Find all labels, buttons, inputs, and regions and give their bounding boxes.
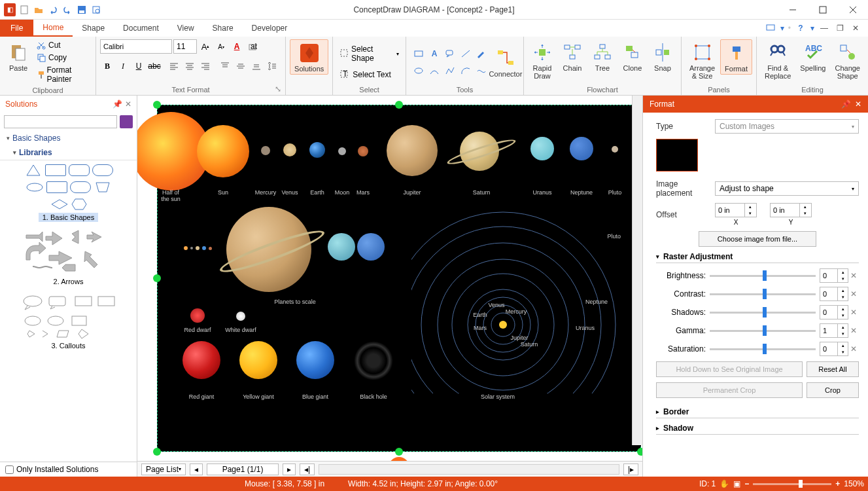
library-list[interactable]: 1. Basic Shapes 2. Arrows 3. Callouts [0, 160, 137, 462]
find-replace-button[interactable]: Find & Replace [761, 39, 795, 81]
font-color-icon[interactable]: A [230, 39, 244, 54]
slider-reset-icon[interactable]: ✕ [848, 326, 859, 335]
choose-image-button[interactable]: Choose image from file... [699, 231, 816, 247]
callout-tool-icon[interactable] [443, 46, 457, 61]
save-icon[interactable] [76, 4, 88, 16]
print-preview-icon[interactable] [90, 4, 102, 16]
crop-button[interactable]: Crop [807, 382, 859, 398]
ellipse-tool-icon[interactable] [411, 64, 426, 78]
zoom-slider[interactable] [753, 483, 831, 485]
fit-page-icon[interactable]: ▣ [733, 479, 740, 488]
only-installed-checkbox[interactable]: Only Installed Solutions [0, 462, 137, 477]
connector-button[interactable]: Connector [491, 45, 520, 79]
pen-tool-icon[interactable] [474, 46, 489, 61]
library-basic-shapes[interactable]: 1. Basic Shapes [4, 163, 133, 222]
font-size-input[interactable] [173, 39, 197, 54]
slider-track[interactable] [710, 270, 816, 282]
format-panel-button[interactable]: Format [720, 39, 752, 75]
resize-handle-ml[interactable] [153, 274, 161, 282]
pan-tool-icon[interactable]: ✋ [720, 479, 729, 488]
align-bottom-icon[interactable] [249, 59, 264, 73]
reset-all-button[interactable]: Reset All [807, 361, 859, 377]
italic-icon[interactable]: I [116, 59, 130, 73]
placement-select[interactable]: Adjust to shape▾ [715, 181, 859, 196]
solutions-search-button[interactable] [120, 115, 133, 128]
copy-button[interactable]: Copy [34, 52, 92, 64]
grow-font-icon[interactable]: A▴ [198, 39, 213, 54]
line-tool-icon[interactable] [459, 46, 473, 61]
raster-section-header[interactable]: ▾Raster Adjustment [656, 252, 859, 263]
tab-share[interactable]: Share [203, 20, 243, 37]
arc-tool-icon[interactable] [459, 64, 473, 78]
solutions-search-input[interactable] [4, 115, 117, 128]
align-left-icon[interactable] [167, 59, 181, 73]
presentation-icon[interactable] [765, 22, 776, 34]
zoom-level[interactable]: 150% [844, 479, 864, 488]
undo-icon[interactable] [47, 4, 59, 16]
open-icon[interactable] [33, 4, 44, 16]
pin-icon[interactable]: 📌 [113, 100, 122, 109]
align-middle-icon[interactable] [234, 59, 248, 73]
solutions-button[interactable]: Solutions [290, 39, 328, 75]
resize-handle-tm[interactable] [395, 101, 403, 109]
file-tab[interactable]: File [0, 20, 33, 37]
doc-restore-icon[interactable]: ❐ [834, 22, 846, 34]
page-prev-button[interactable]: ◂ [190, 464, 203, 475]
tree-basic-shapes[interactable]: ▾Basic Shapes [0, 131, 137, 145]
selected-shape[interactable]: Half of the sun Sun Mercury Venus Earth … [157, 105, 641, 452]
chain-button[interactable]: Chain [558, 39, 587, 73]
paste-button[interactable]: Paste [4, 39, 33, 73]
bold-icon[interactable]: B [100, 59, 114, 73]
zoom-in-button[interactable]: + [835, 479, 840, 488]
align-right-icon[interactable] [198, 59, 213, 73]
tree-button[interactable]: Tree [588, 39, 617, 73]
select-shape-button[interactable]: Select Shape▾ [337, 43, 402, 64]
library-callouts[interactable]: 3. Callouts [4, 291, 133, 350]
format-painter-button[interactable]: Format Painter [34, 64, 92, 85]
panel-close-icon[interactable]: ✕ [125, 100, 131, 109]
slider-track[interactable] [710, 343, 816, 355]
underline-icon[interactable]: U [131, 59, 146, 73]
slider-reset-icon[interactable]: ✕ [848, 271, 859, 280]
slider-reset-icon[interactable]: ✕ [848, 308, 859, 317]
slider-track[interactable] [710, 325, 816, 336]
tab-developer[interactable]: Developer [243, 20, 297, 37]
tab-home[interactable]: Home [33, 20, 73, 37]
bezier-tool-icon[interactable] [427, 64, 442, 78]
panel-close-icon[interactable]: ✕ [855, 100, 861, 109]
slider-reset-icon[interactable]: ✕ [848, 344, 859, 354]
slider-track[interactable] [710, 306, 816, 318]
tab-shape[interactable]: Shape [73, 20, 114, 37]
shadow-section-header[interactable]: ▸Shadow [656, 424, 859, 435]
text-tool-icon[interactable]: A [427, 46, 442, 61]
vertical-scrollbar[interactable] [632, 96, 642, 445]
slider-track[interactable] [710, 288, 816, 300]
maximize-button[interactable] [808, 0, 838, 20]
rapid-draw-button[interactable]: Rapid Draw [528, 39, 557, 81]
page-first-button[interactable]: ◂| [300, 464, 315, 475]
clone-button[interactable]: Clone [618, 39, 647, 73]
tree-libraries[interactable]: ▾Libraries [0, 145, 137, 160]
slider-reset-icon[interactable]: ✕ [848, 289, 859, 299]
offset-x-input[interactable]: ▴▾ [715, 203, 757, 217]
zoom-out-button[interactable]: − [744, 479, 749, 488]
hold-original-button[interactable]: Hold Down to See Original Image [656, 361, 803, 377]
tab-document[interactable]: Document [114, 20, 168, 37]
change-shape-button[interactable]: Change Shape [831, 39, 864, 81]
arrange-size-button[interactable]: Arrange & Size [686, 39, 719, 81]
offset-y-input[interactable]: ▴▾ [770, 203, 812, 217]
highlight-icon[interactable]: ab [245, 39, 260, 54]
strikethrough-icon[interactable]: abc [147, 59, 162, 73]
page-next-button[interactable]: ▸ [283, 464, 296, 475]
border-section-header[interactable]: ▸Border [656, 407, 859, 418]
align-top-icon[interactable] [218, 59, 232, 73]
resize-handle-bl[interactable] [153, 448, 161, 456]
help-icon[interactable]: ? [795, 22, 807, 34]
panel-pin-icon[interactable]: 📌 [841, 100, 851, 109]
snap-button[interactable]: Snap [648, 39, 677, 73]
resize-handle-bm[interactable] [395, 448, 403, 456]
library-arrows[interactable]: 2. Arrows [4, 227, 133, 286]
permanent-crop-button[interactable]: Permanent Crop [656, 382, 803, 398]
new-icon[interactable] [18, 4, 30, 16]
text-format-launcher[interactable]: ⤡ [275, 84, 284, 94]
